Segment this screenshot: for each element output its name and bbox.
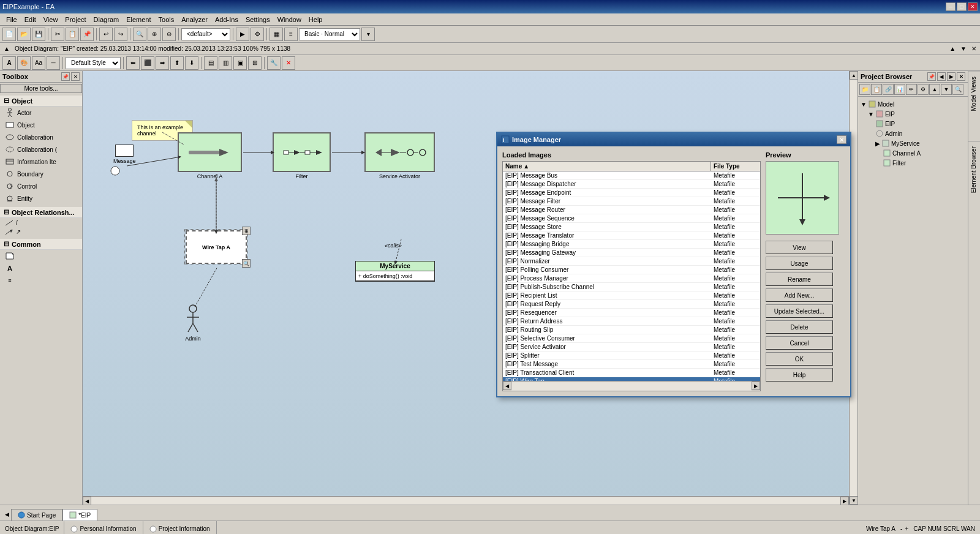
image-row-10[interactable]: [EIP] NormalizerMetafile — [503, 257, 760, 266]
zoom-handle[interactable]: 🔍 — [242, 259, 251, 268]
menu-settings[interactable]: Settings — [242, 15, 274, 24]
toolbox-arrow-tool[interactable]: ↗ — [0, 227, 82, 236]
title-bar-controls[interactable]: ─ □ ✕ — [946, 2, 978, 11]
menu-file[interactable]: File — [2, 15, 21, 24]
image-row-15[interactable]: [EIP] Request ReplyMetafile — [503, 300, 760, 309]
config-button[interactable]: ⚙ — [251, 28, 264, 41]
add-new-button[interactable]: Add New... — [766, 288, 833, 302]
view-button[interactable]: View — [766, 241, 833, 254]
tree-model[interactable]: ▼ Model — [861, 99, 965, 109]
type-column-header[interactable]: File Type — [711, 162, 760, 171]
style-dropdown-2[interactable]: Default Style — [66, 57, 121, 69]
image-row-23[interactable]: [EIP] Transactional ClientMetafile — [503, 369, 760, 377]
pb-prev[interactable]: ◀ — [937, 72, 946, 81]
align-top[interactable]: ⬆ — [170, 56, 184, 70]
pb-next[interactable]: ▶ — [947, 72, 956, 81]
help-button[interactable]: Help — [766, 368, 833, 382]
nav-up-button[interactable]: ▲ — [949, 45, 956, 52]
image-row-0[interactable]: [EIP] Message BusMetafile — [503, 171, 760, 180]
tree-btn7[interactable]: ▲ — [929, 84, 940, 95]
zoom-in-button[interactable]: ⊕ — [148, 28, 161, 41]
image-row-22[interactable]: [EIP] Test MessageMetafile — [503, 360, 760, 369]
scroll-down-button[interactable]: ▼ — [850, 496, 858, 505]
menu-addins[interactable]: Add-Ins — [211, 15, 242, 24]
menu-project[interactable]: Project — [61, 15, 89, 24]
group-button[interactable]: ▣ — [233, 56, 247, 70]
toolbox-item-actor[interactable]: Actor — [0, 107, 82, 119]
new-button[interactable]: 📄 — [2, 28, 16, 41]
toolbox-line-tool[interactable]: / — [0, 218, 82, 227]
tree-eip-root[interactable]: ▼ EIP — [861, 109, 965, 119]
style-dropdown[interactable]: ▾ — [361, 28, 375, 41]
align-bottom[interactable]: ⬇ — [185, 56, 198, 70]
align-right[interactable]: ➡ — [156, 56, 169, 70]
menu-edit[interactable]: Edit — [21, 15, 40, 24]
image-list-hscroll[interactable]: ◀ ▶ — [502, 382, 761, 391]
myservice-element[interactable]: MyService + doSomething() :void — [355, 261, 435, 282]
name-column-header[interactable]: Name ▲ — [503, 162, 711, 171]
image-row-6[interactable]: [EIP] Message StoreMetafile — [503, 223, 760, 231]
open-button[interactable]: 📂 — [17, 28, 31, 41]
image-row-24[interactable]: [EIP] Wire TapMetafile — [503, 377, 760, 382]
image-row-12[interactable]: [EIP] Process ManagerMetafile — [503, 274, 760, 283]
ok-button[interactable]: OK — [766, 352, 833, 366]
undo-button[interactable]: ↩ — [99, 28, 113, 41]
tab-start-page[interactable]: Start Page — [11, 509, 62, 521]
update-selected-button[interactable]: Update Selected... — [766, 304, 833, 318]
cut-button[interactable]: ✂ — [51, 28, 64, 41]
image-row-17[interactable]: [EIP] Return AddressMetafile — [503, 317, 760, 326]
tab-eip[interactable]: *EIP — [62, 509, 97, 521]
ungroup-button[interactable]: ⊞ — [248, 56, 262, 70]
toolbox-item-collaboration2[interactable]: Collaboration ( — [0, 143, 82, 156]
text-tool[interactable]: A — [2, 56, 16, 70]
tree-btn3[interactable]: 🔗 — [883, 84, 894, 95]
image-row-21[interactable]: [EIP] SplitterMetafile — [503, 352, 760, 360]
more-tools-button[interactable]: More tools... — [0, 84, 82, 93]
usage-button[interactable]: Usage — [766, 257, 833, 270]
toolbox-common-text[interactable]: A — [0, 262, 82, 274]
menu-view[interactable]: View — [40, 15, 62, 24]
tree-admin[interactable]: Admin — [861, 129, 965, 138]
menu-diagram[interactable]: Diagram — [90, 15, 123, 24]
toolbox-pin[interactable]: 📌 — [61, 72, 70, 81]
nav-down-button[interactable]: ▼ — [960, 45, 967, 52]
image-row-16[interactable]: [EIP] ResequencerMetafile — [503, 309, 760, 317]
image-row-18[interactable]: [EIP] Routing SlipMetafile — [503, 326, 760, 334]
pb-pin[interactable]: 📌 — [927, 72, 936, 81]
tab-project-info[interactable]: Project Information — [143, 521, 217, 534]
line-tool[interactable]: ─ — [47, 56, 60, 70]
relationships-section-header[interactable]: ⊟Object Relationsh... — [0, 207, 82, 218]
zoom-out-small[interactable]: - — [900, 525, 902, 532]
menu-tools[interactable]: Tools — [155, 15, 178, 24]
tree-btn8[interactable]: ▼ — [941, 84, 952, 95]
hscroll-left[interactable]: ◀ — [503, 382, 511, 390]
zoom-out-button[interactable]: ⊖ — [162, 28, 176, 41]
message-element[interactable]: Message — [113, 145, 136, 164]
image-row-1[interactable]: [EIP] Message DispatcherMetafile — [503, 180, 760, 189]
image-row-4[interactable]: [EIP] Message RouterMetafile — [503, 206, 760, 214]
scroll-right-button[interactable]: ▶ — [840, 497, 849, 505]
menu-window[interactable]: Window — [274, 15, 305, 24]
zoom-in-small[interactable]: + — [905, 525, 908, 532]
toolbox-item-collaboration[interactable]: Collaboration — [0, 131, 82, 143]
filter-element[interactable]: Filter — [273, 132, 331, 179]
maximize-button[interactable]: □ — [957, 2, 967, 11]
image-row-5[interactable]: [EIP] Message SequenceMetafile — [503, 214, 760, 223]
delete-button[interactable]: Delete — [766, 320, 833, 334]
rename-button[interactable]: Rename — [766, 273, 833, 286]
redo-button[interactable]: ↪ — [114, 28, 127, 41]
toolbox-item-boundary[interactable]: Boundary — [0, 168, 82, 180]
toolbox-item-control[interactable]: Control — [0, 180, 82, 192]
wiretap-element[interactable]: Wire Tap A ⊕ 🔍 — [186, 230, 247, 264]
run-button[interactable]: ▶ — [236, 28, 249, 41]
tab-personal-info[interactable]: Personal Information — [64, 521, 143, 534]
image-row-2[interactable]: [EIP] Message EndpointMetafile — [503, 189, 760, 197]
style-select[interactable]: Basic · Normal — [299, 28, 360, 40]
layout-horz[interactable]: ▤ — [204, 56, 217, 70]
layout-vert[interactable]: ▥ — [219, 56, 232, 70]
common-section-header[interactable]: ⊟Common — [0, 239, 82, 250]
tabs-scroll-left[interactable]: ◀ — [2, 508, 11, 521]
scroll-up-button[interactable]: ▲ — [850, 71, 858, 80]
align-left[interactable]: ⬅ — [126, 56, 140, 70]
minimize-button[interactable]: ─ — [946, 2, 956, 11]
